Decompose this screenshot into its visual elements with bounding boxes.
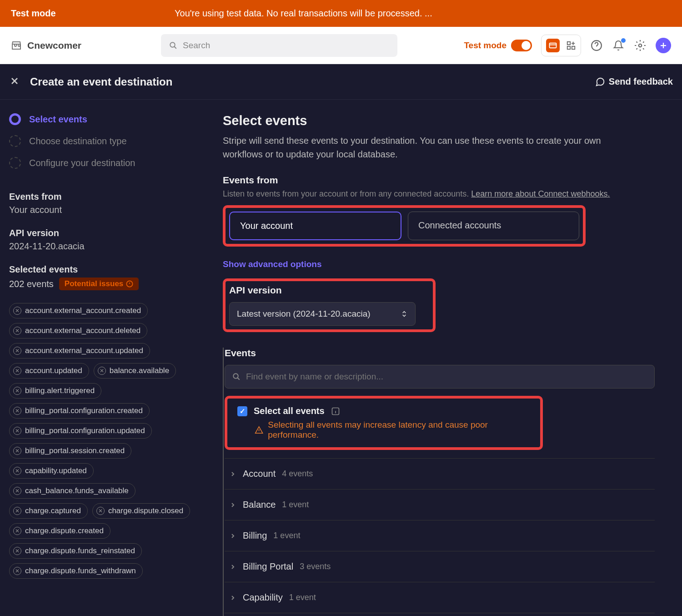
chip-label: cash_balance.funds_available	[25, 486, 129, 495]
event-chip[interactable]: ✕charge.dispute.funds_reinstated	[9, 543, 142, 559]
segment-connected-accounts[interactable]: Connected accounts	[408, 212, 579, 240]
remove-chip-icon[interactable]: ✕	[13, 307, 21, 315]
remove-chip-icon[interactable]: ✕	[13, 347, 21, 355]
remove-chip-icon[interactable]: ✕	[13, 367, 21, 375]
help-button[interactable]	[590, 39, 603, 52]
testmode-label: Test mode	[464, 40, 506, 50]
remove-chip-icon[interactable]: ✕	[13, 527, 21, 535]
category-count: 3 events	[300, 562, 331, 571]
remove-chip-icon[interactable]: ✕	[98, 367, 106, 375]
event-chip[interactable]: ✕billing_portal.session.created	[9, 443, 131, 459]
event-chip[interactable]: ✕charge.captured	[9, 503, 88, 519]
stepper: Select events Choose destination type Co…	[9, 113, 214, 169]
event-chip[interactable]: ✕account.updated	[9, 363, 89, 379]
remove-chip-icon[interactable]: ✕	[13, 467, 21, 475]
event-chip[interactable]: ✕charge.dispute.created	[9, 523, 110, 539]
chip-label: charge.dispute.created	[25, 526, 104, 535]
send-feedback-button[interactable]: Send feedback	[595, 76, 673, 87]
remove-chip-icon[interactable]: ✕	[13, 427, 21, 435]
chip-label: account.external_account.deleted	[25, 326, 140, 335]
remove-chip-icon[interactable]: ✕	[13, 407, 21, 415]
global-search[interactable]: Search	[161, 34, 397, 57]
svg-point-0	[170, 42, 175, 47]
remove-chip-icon[interactable]: ✕	[96, 507, 105, 515]
warning-icon	[255, 425, 263, 434]
banner-title: Test mode	[11, 8, 175, 19]
remove-chip-icon[interactable]: ✕	[13, 387, 21, 395]
events-search[interactable]	[225, 365, 655, 389]
svg-rect-1	[550, 43, 557, 48]
events-search-input[interactable]	[246, 372, 647, 382]
event-chip[interactable]: ✕cash_balance.funds_available	[9, 483, 135, 499]
remove-chip-icon[interactable]: ✕	[13, 487, 21, 495]
topbar: Cnewcomer Search Test mode	[0, 27, 682, 64]
chip-label: billing.alert.triggered	[25, 386, 95, 395]
gear-icon	[634, 40, 646, 51]
events-from-sub: Listen to events from your account or fr…	[223, 189, 655, 199]
remove-chip-icon[interactable]: ✕	[13, 327, 21, 335]
remove-chip-icon[interactable]: ✕	[13, 567, 21, 575]
close-button[interactable]	[9, 76, 22, 88]
category-row[interactable]: Account4 events	[225, 458, 655, 490]
chip-label: billing_portal.session.created	[25, 446, 125, 455]
org-name: Cnewcomer	[27, 40, 81, 51]
notifications-button[interactable]	[612, 39, 625, 52]
selected-count: 202 events	[9, 279, 54, 289]
event-chip[interactable]: ✕billing_portal.configuration.updated	[9, 423, 152, 439]
event-chip[interactable]: ✕account.external_account.updated	[9, 343, 150, 358]
event-chip[interactable]: ✕capability.updated	[9, 463, 94, 479]
category-count: 1 event	[289, 593, 316, 602]
step-select-events[interactable]: Select events	[9, 113, 214, 125]
segment-your-account[interactable]: Your account	[229, 212, 401, 240]
store-icon	[11, 40, 22, 51]
banner-message: You're using test data. No real transact…	[175, 8, 432, 19]
remove-chip-icon[interactable]: ✕	[13, 507, 21, 515]
api-version-label: API version	[229, 285, 429, 296]
chip-label: capability.updated	[25, 466, 87, 475]
feedback-label: Send feedback	[609, 76, 673, 87]
highlight-events-source: Your account Connected accounts	[223, 205, 586, 247]
testmode-toggle[interactable]: Test mode	[464, 40, 532, 51]
show-advanced-link[interactable]: Show advanced options	[223, 259, 655, 269]
badge-label: Potential issues	[65, 279, 123, 288]
event-chip[interactable]: ✕charge.dispute.closed	[92, 503, 190, 519]
chevron-right-icon	[229, 594, 236, 601]
chevron-right-icon	[229, 470, 236, 478]
remove-chip-icon[interactable]: ✕	[13, 447, 21, 455]
chat-icon	[595, 77, 605, 87]
page-subheader: Create an event destination Send feedbac…	[0, 64, 682, 100]
event-chip[interactable]: ✕billing.alert.triggered	[9, 383, 101, 399]
select-all-checkbox[interactable]: ✓	[237, 406, 247, 416]
event-chip[interactable]: ✕charge.dispute.funds_withdrawn	[9, 563, 143, 579]
event-chip[interactable]: ✕billing_portal.configuration.created	[9, 403, 150, 419]
create-button[interactable]	[656, 38, 671, 53]
category-name: Account	[243, 469, 276, 479]
category-row[interactable]: Billing Portal3 events	[225, 551, 655, 582]
category-count: 1 event	[273, 531, 300, 540]
search-icon	[232, 373, 241, 381]
category-count: 1 event	[282, 500, 309, 510]
learn-more-link[interactable]: Learn more about Connect webhooks.	[471, 189, 610, 198]
issues-badge[interactable]: Potential issues	[59, 278, 139, 290]
main-content: Select events Stripe will send these eve…	[223, 100, 682, 616]
info-icon[interactable]	[331, 407, 340, 416]
category-row[interactable]: Balance1 event	[225, 490, 655, 520]
event-chip[interactable]: ✕balance.available	[94, 363, 176, 379]
api-version-select[interactable]: Latest version (2024-11-20.acacia)	[229, 302, 416, 326]
remove-chip-icon[interactable]: ✕	[13, 547, 21, 555]
page-title: Create an event destination	[30, 76, 595, 88]
category-row[interactable]: Capability1 event	[225, 582, 655, 613]
chevron-right-icon	[229, 532, 236, 540]
event-chip[interactable]: ✕account.external_account.created	[9, 303, 148, 318]
view-switcher[interactable]	[541, 35, 581, 56]
selected-event-chips: ✕account.external_account.created✕accoun…	[9, 303, 214, 579]
toggle-switch[interactable]	[511, 40, 532, 51]
chevron-right-icon	[229, 563, 236, 571]
settings-button[interactable]	[634, 39, 647, 52]
category-row[interactable]: Cash Balance1 event	[225, 613, 655, 616]
event-chip[interactable]: ✕account.external_account.deleted	[9, 323, 147, 338]
summary-selected-events: Selected events 202 events Potential iss…	[9, 264, 214, 290]
org-selector[interactable]: Cnewcomer	[11, 40, 152, 51]
category-row[interactable]: Billing1 event	[225, 520, 655, 551]
search-icon	[169, 41, 177, 50]
